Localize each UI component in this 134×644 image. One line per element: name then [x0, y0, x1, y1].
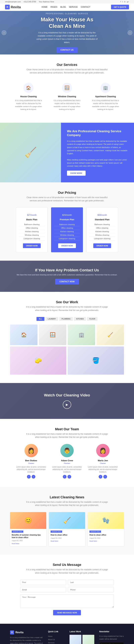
news-readmore-2[interactable]: Read More: [49, 540, 85, 544]
news-image-3: 🧤: [88, 512, 124, 529]
pricing-basic: $27/month Basic Plan Bathroom cleaning O…: [16, 207, 48, 252]
service-card-house: 🏠 House Cleaning It is a long establishe…: [12, 80, 45, 114]
service-house-desc: It is a long established fact that a rea…: [14, 99, 44, 111]
twitter-icon[interactable]: t: [122, 1, 123, 3]
member-2-twitter[interactable]: t: [68, 475, 71, 478]
apartment-cleaning-icon: 🏢: [100, 83, 110, 93]
video-play-button[interactable]: ▶: [63, 400, 71, 409]
cta-title: If You Have Any Problem Contact Us: [10, 268, 124, 272]
premium-name: Premium Plan: [54, 218, 80, 221]
pricing-grid: $27/month Basic Plan Bathroom cleaning O…: [10, 207, 124, 252]
news-card-1: 😊 August 2022 Benefits of summer cleanin…: [10, 512, 46, 546]
news-readmore-1[interactable]: Read More: [10, 543, 46, 546]
team-member-1: 👩 Ben Stokes Cleaner Lorem ipsum dolor s…: [15, 444, 47, 478]
services-subtitle: Clean Home owner to run a full-productio…: [25, 68, 109, 74]
facebook-icon[interactable]: f: [120, 1, 121, 3]
filter-floor[interactable]: Floor: [87, 317, 98, 321]
hero-title-line2: Clean As Mine: [49, 23, 85, 29]
member-3-name: Maria Jon: [87, 459, 119, 462]
member-1-twitter[interactable]: t: [32, 475, 35, 478]
first-name-input[interactable]: [20, 580, 66, 585]
avatar-1: 👩: [24, 444, 38, 457]
newsletter-input[interactable]: [99, 642, 124, 644]
member-1-desc: Lorem ipsum dolor sit amet, consectetur …: [15, 466, 47, 473]
brand-logo[interactable]: R Revita: [5, 5, 21, 10]
work-image-5: 🧽: [10, 346, 66, 375]
team-section: Meet Our Team It is a long established f…: [0, 419, 134, 487]
hero-title-line1: Make Your House As: [41, 16, 93, 22]
pricing-subtitle: Clean Home owner to run a full-productio…: [25, 196, 109, 202]
hero-cta-button[interactable]: Contact Us: [56, 47, 78, 53]
member-1-role: Cleaner: [15, 462, 47, 464]
about-desc2: Many desktop publishing packages and web…: [67, 158, 128, 168]
filter-all[interactable]: All: [36, 317, 44, 321]
topbar-social[interactable]: f t in g+: [120, 1, 129, 3]
member-3-twitter[interactable]: t: [103, 475, 107, 478]
footer-link-services[interactable]: Services: [48, 641, 64, 644]
avatar-image-1: 👩: [24, 444, 38, 457]
news-subtitle: It is a long established fact that a rea…: [25, 500, 109, 507]
send-message-button[interactable]: Send Message Now: [53, 610, 81, 615]
member-3-facebook[interactable]: f: [99, 475, 102, 478]
about-know-more-button[interactable]: Know More: [67, 171, 86, 176]
work-item-4: 🧹: [96, 324, 124, 345]
filter-laundry[interactable]: Laundry: [46, 317, 58, 321]
footer-work-grid: [70, 635, 94, 644]
basic-order-button[interactable]: Order Now: [23, 244, 41, 248]
last-name-input[interactable]: [68, 580, 114, 585]
service-window-desc: It is a long established fact that a rea…: [52, 99, 82, 111]
work-image-1: 🏠: [10, 324, 38, 345]
basic-feature-5: Livingroom cleaning: [19, 237, 45, 240]
standard-order-button[interactable]: Order Now: [93, 244, 111, 248]
footer-work-2: [82, 635, 94, 644]
nav-contact[interactable]: Contact: [81, 6, 90, 8]
googleplus-icon[interactable]: g+: [127, 1, 129, 3]
quote-button[interactable]: Get A Quote: [111, 5, 129, 10]
news-date-3: August 02, 2022: [88, 537, 124, 540]
premium-order-button[interactable]: Order Now: [58, 244, 76, 248]
video-section: Watch Our Cleaning Video ▶: [0, 383, 134, 419]
premium-feature-3: Kitchen cleaning: [54, 230, 80, 233]
house-cleaning-icon: 🏠: [24, 83, 34, 93]
cta-button[interactable]: Contact Now: [55, 279, 79, 284]
footer-link-home[interactable]: Home: [48, 635, 64, 638]
work-item-5: 🧽: [10, 346, 66, 375]
nav-blog[interactable]: Blog: [60, 6, 66, 8]
phone-input[interactable]: [68, 587, 114, 592]
work-grid-bottom: 🧽 🪣: [10, 346, 124, 375]
news-tag-2: August 2022: [50, 530, 62, 533]
hero-next-button[interactable]: ›: [128, 30, 132, 35]
message-textarea[interactable]: [20, 594, 114, 608]
member-1-facebook[interactable]: f: [27, 475, 31, 478]
member-2-facebook[interactable]: f: [63, 475, 66, 478]
footer-logo: R Revita: [10, 630, 43, 634]
hero-title: Make Your House As Clean As Mine: [35, 16, 99, 29]
linkedin-icon[interactable]: in: [124, 1, 126, 3]
news-date-1: August 02, 2022: [10, 540, 46, 543]
navbar: R Revita Home Pages Blog Service Contact…: [0, 3, 134, 11]
news-readmore-3[interactable]: Read More: [88, 540, 124, 544]
hero-subtitle: Professional Cleaning Service: [35, 12, 99, 14]
work-image-4: 🧹: [96, 324, 124, 345]
nav-links: Home Pages Blog Service Contact: [42, 6, 90, 8]
filter-kitchen[interactable]: Kitchen: [74, 317, 86, 321]
services-grid: 🏠 House Cleaning It is a long establishe…: [10, 80, 124, 114]
hero-prev-button[interactable]: ‹: [2, 30, 6, 35]
email-input[interactable]: [20, 587, 66, 592]
contact-form: Send Message Now: [20, 580, 114, 615]
service-apartment-desc: It is a long established fact that a rea…: [90, 99, 120, 111]
footer-link-about[interactable]: About Us: [48, 638, 64, 641]
footer-quick-links-title: Quick Link: [48, 630, 64, 633]
work-image-6: 🪣: [68, 346, 124, 375]
filter-plumbing[interactable]: Plumbing: [59, 317, 73, 321]
team-member-3: 👩 Maria Jon Cleaner Lorem ipsum dolor si…: [87, 444, 119, 478]
topbar-contact: info@example.com +012-345-6789 Your Addr…: [5, 1, 54, 3]
premium-feature-1: Bathroom cleaning: [54, 223, 80, 226]
about-desc1: It is a long established fact that a rea…: [67, 140, 128, 155]
topbar-address: Your Address Here: [39, 1, 54, 3]
member-2-social: f t: [51, 475, 83, 478]
nav-home[interactable]: Home: [42, 6, 48, 8]
hero-description: It is a long established fact that a rea…: [35, 31, 99, 44]
nav-pages[interactable]: Pages: [50, 6, 57, 8]
nav-service[interactable]: Service: [69, 6, 78, 8]
